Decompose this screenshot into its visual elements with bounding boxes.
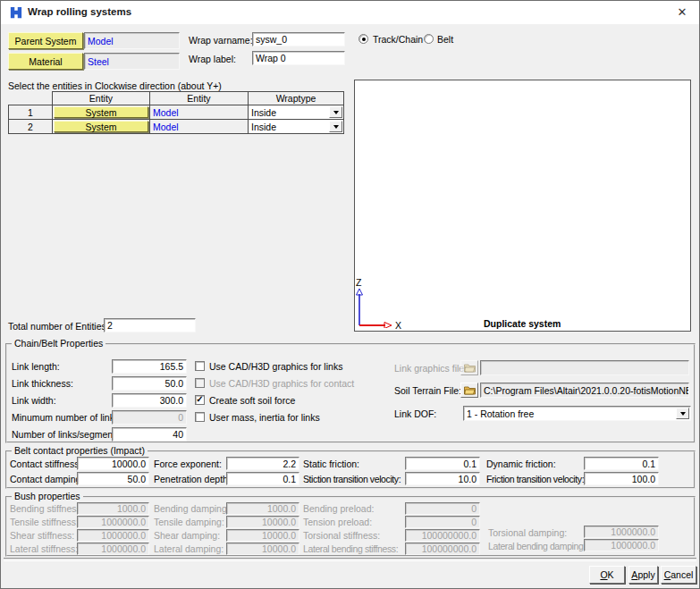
- dropdown-button[interactable]: [676, 408, 689, 419]
- wraptype-value: Inside: [251, 120, 276, 133]
- bending-damping-input: 1000.0: [226, 502, 299, 515]
- soft-soil-checkbox[interactable]: ✓: [195, 395, 205, 405]
- wraptype-value: Inside: [251, 105, 276, 119]
- link-dof-label: Link DOF:: [394, 408, 436, 419]
- lateral-bending-stiffness-input: 100000000.0: [405, 543, 480, 555]
- axis-triad-icon: [353, 287, 398, 328]
- wraptype-combo[interactable]: Inside: [248, 105, 344, 120]
- material-button[interactable]: Material: [8, 53, 83, 70]
- soil-terrain-file-label: Soil Terrain File:: [394, 385, 461, 396]
- stiction-velocity-input[interactable]: 10.0: [405, 472, 480, 485]
- chevron-down-icon: [680, 412, 686, 416]
- cancel-button[interactable]: Cancel: [661, 566, 696, 584]
- table-cell: System: [52, 105, 150, 120]
- cad-links-checkbox-label: Use CAD/H3D graphics for links: [209, 361, 342, 372]
- segments-input[interactable]: 40: [112, 427, 187, 442]
- chevron-down-icon: [333, 125, 339, 129]
- torsional-damping-input: 1000000.0: [584, 526, 659, 538]
- system-button[interactable]: System: [54, 121, 148, 132]
- shear-damping-label: Shear damping:: [154, 530, 220, 541]
- user-mass-checkbox-label: User mass, inertia for links: [209, 412, 320, 423]
- track-chain-radio[interactable]: [358, 34, 368, 44]
- folder-icon: [464, 363, 476, 373]
- total-entities-input[interactable]: 2: [104, 318, 196, 332]
- dynamic-friction-input[interactable]: 0.1: [584, 457, 659, 470]
- lateral-bending-damping-label: Lateral bending damping:: [488, 541, 586, 551]
- bending-stiffness-label: Bending stiffness:: [10, 503, 84, 514]
- cad-links-checkbox[interactable]: ✓: [195, 361, 205, 371]
- apply-button[interactable]: Apply: [628, 566, 658, 584]
- link-thickness-input[interactable]: 50.0: [112, 376, 187, 391]
- row-index-cell[interactable]: 1: [8, 105, 53, 120]
- close-icon[interactable]: ✕: [674, 4, 690, 21]
- link-width-input[interactable]: 300.0: [112, 393, 187, 408]
- duplicate-system-note: Duplicate system: [484, 318, 561, 329]
- contact-stiffness-input[interactable]: 10000.0: [77, 457, 149, 470]
- cad-contact-checkbox-label: Use CAD/H3D graphics for contact: [209, 378, 354, 389]
- lateral-damping-input: 10000.0: [226, 543, 299, 555]
- lateral-stiffness-label: Lateral stiffness:: [10, 543, 78, 554]
- app-icon: [10, 6, 22, 19]
- dynamic-friction-label: Dynamic friction:: [486, 459, 556, 469]
- user-mass-checkbox[interactable]: ✓: [195, 412, 205, 422]
- column-header-entity-2: Entity: [149, 91, 249, 105]
- row-index-cell[interactable]: 2: [8, 119, 53, 134]
- tensile-stiffness-input: 1000000.0: [77, 516, 149, 528]
- soil-terrain-browse-button[interactable]: [460, 383, 478, 398]
- belt-contact-properties-title: Belt contact properties (Impact): [12, 445, 148, 456]
- total-entities-label: Total number of Entities:: [8, 321, 109, 332]
- torsional-damping-label: Torsional damping:: [488, 527, 567, 538]
- bending-preload-input: 0: [405, 502, 480, 515]
- wraptype-combo[interactable]: Inside: [248, 119, 344, 134]
- track-chain-radio-label: Track/Chain: [373, 34, 423, 45]
- static-friction-label: Static friction:: [303, 459, 359, 469]
- link-thickness-label: Link thickness:: [12, 378, 73, 389]
- parent-system-button[interactable]: Parent System: [8, 32, 83, 49]
- penetration-depth-input[interactable]: 0.1: [226, 472, 299, 485]
- lateral-damping-label: Lateral damping:: [154, 543, 223, 554]
- link-length-input[interactable]: 165.5: [112, 359, 187, 374]
- dropdown-button[interactable]: [329, 106, 342, 118]
- min-links-input: 0: [112, 410, 187, 425]
- link-dof-combo[interactable]: 1 - Rotation free: [463, 406, 691, 421]
- entity-value-cell: Model: [149, 105, 249, 120]
- belt-radio-label: Belt: [437, 34, 453, 45]
- link-width-label: Link width:: [12, 395, 56, 406]
- penetration-depth-label: Penetration depth:: [154, 474, 231, 484]
- torsional-stiffness-label: Torsional stiffness:: [303, 530, 380, 541]
- soil-terrain-file-field[interactable]: C:\Program Files\Altair\2021.0.0.20-foti…: [480, 383, 689, 398]
- soft-soil-checkbox-label: Create soft soil force: [209, 395, 295, 406]
- tensile-damping-input: 10000.0: [226, 516, 299, 528]
- segments-label: Number of links/segments:: [12, 429, 122, 440]
- wrap-varname-input[interactable]: sysw_0: [252, 32, 345, 46]
- static-friction-input[interactable]: 0.1: [405, 457, 480, 470]
- friction-velocity-label: Friction transition velocity:: [486, 474, 584, 484]
- bush-properties-title: Bush properties: [12, 491, 83, 501]
- tension-preload-input: 0: [405, 516, 480, 528]
- belt-radio[interactable]: [424, 34, 434, 44]
- bending-stiffness-input: 1000.0: [77, 502, 149, 515]
- chain-belt-properties-title: Chain/Belt Properties: [12, 338, 105, 349]
- wrap-rolling-systems-dialog: Wrap rolling systems ✕ Parent System Mod…: [0, 0, 700, 589]
- parent-system-value: Model: [84, 32, 180, 49]
- column-header-wraptype: Wraptype: [248, 91, 344, 105]
- dropdown-button[interactable]: [329, 121, 342, 132]
- ok-button[interactable]: OK: [589, 566, 625, 584]
- link-dof-value: 1 - Rotation free: [467, 407, 534, 420]
- lateral-stiffness-input: 1000000.0: [77, 543, 149, 555]
- tension-preload-label: Tension preload:: [303, 517, 372, 527]
- contact-damping-input[interactable]: 50.0: [77, 472, 149, 485]
- wrap-label-label: Wrap label:: [189, 54, 236, 64]
- wrap-label-input[interactable]: Wrap 0: [252, 51, 345, 65]
- lateral-bending-stiffness-label: Lateral bending stiffness:: [303, 543, 398, 554]
- window-title: Wrap rolling systems: [28, 6, 131, 17]
- link-graphics-file-field: [480, 360, 689, 375]
- shear-stiffness-input: 1000000.0: [77, 529, 149, 542]
- friction-velocity-input[interactable]: 100.0: [584, 472, 659, 485]
- entities-instruction: Select the entities in Clockwise directi…: [8, 80, 222, 91]
- footer-separator: [4, 558, 696, 561]
- entity-value-cell: Model: [149, 119, 249, 134]
- force-exponent-input[interactable]: 2.2: [226, 457, 299, 470]
- system-button[interactable]: System: [54, 106, 148, 118]
- force-exponent-label: Force exponent:: [154, 459, 222, 469]
